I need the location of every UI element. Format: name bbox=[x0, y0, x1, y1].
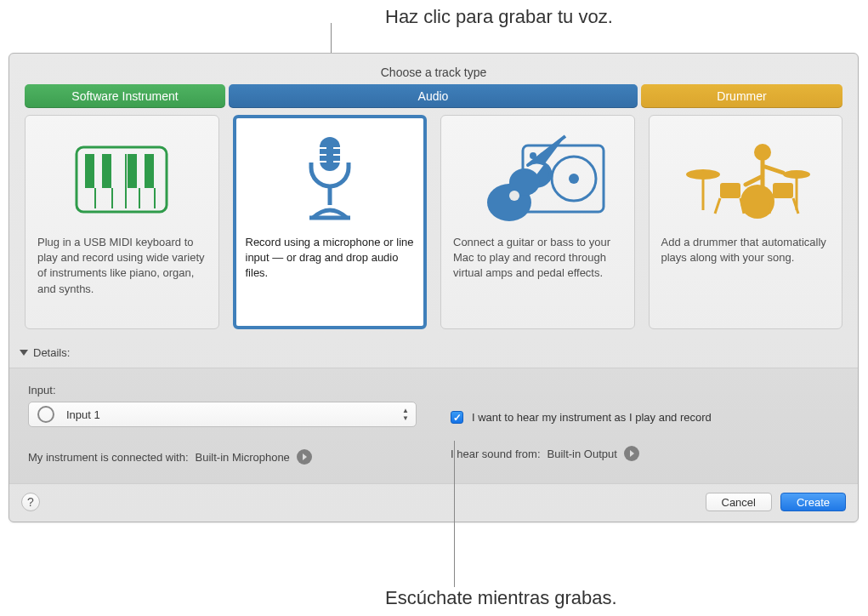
output-value: Built-in Output bbox=[547, 448, 617, 460]
header-drummer: Drummer bbox=[641, 84, 842, 108]
dialog-title: Choose a track type bbox=[9, 54, 858, 84]
header-software-instrument: Software Instrument bbox=[25, 84, 225, 108]
details-label: Details: bbox=[33, 346, 70, 359]
svg-rect-3 bbox=[128, 154, 137, 188]
monitor-label: I want to hear my instrument as I play a… bbox=[472, 411, 712, 424]
card-audio-mic[interactable]: Record using a microphone or line input … bbox=[233, 115, 428, 329]
svg-rect-4 bbox=[145, 154, 154, 188]
svg-rect-2 bbox=[102, 154, 111, 188]
connected-with-row: My instrument is connected with: Built-i… bbox=[28, 449, 417, 465]
connected-label: My instrument is connected with: bbox=[28, 451, 189, 464]
dialog-footer: ? Cancel Create bbox=[9, 484, 858, 522]
drummer-icon bbox=[661, 124, 831, 235]
monitor-checkbox-row[interactable]: ✓ I want to hear my instrument as I play… bbox=[451, 411, 839, 424]
svg-rect-32 bbox=[720, 183, 740, 198]
disclosure-triangle-icon bbox=[20, 350, 28, 356]
card-desc: Add a drummer that automatically plays a… bbox=[661, 235, 831, 265]
svg-rect-1 bbox=[85, 154, 94, 188]
svg-point-21 bbox=[569, 174, 579, 184]
guitar-amp-icon bbox=[453, 124, 622, 235]
card-software-instrument[interactable]: Plug in a USB MIDI keyboard to play and … bbox=[25, 115, 219, 329]
svg-line-35 bbox=[715, 198, 720, 214]
microphone-icon bbox=[246, 124, 415, 235]
input-select[interactable]: Input 1 ▲▼ bbox=[28, 402, 417, 427]
track-type-headers: Software Instrument Audio Drummer bbox=[9, 84, 858, 108]
svg-point-27 bbox=[754, 144, 771, 161]
select-arrows-icon: ▲▼ bbox=[402, 407, 409, 422]
output-more-button[interactable] bbox=[624, 446, 639, 461]
details-toggle[interactable]: Details: bbox=[9, 341, 858, 368]
connected-more-button[interactable] bbox=[297, 449, 312, 465]
header-audio: Audio bbox=[229, 84, 638, 108]
keyboard-icon bbox=[37, 124, 207, 235]
monitor-checkbox[interactable]: ✓ bbox=[451, 411, 463, 424]
svg-point-26 bbox=[509, 191, 519, 201]
card-audio-guitar[interactable]: Connect a guitar or bass to your Mac to … bbox=[440, 115, 635, 329]
output-row: I hear sound from: Built-in Output bbox=[451, 446, 839, 461]
input-channel-icon bbox=[37, 406, 54, 423]
output-label: I hear sound from: bbox=[451, 448, 541, 460]
callout-line-bottom bbox=[454, 441, 455, 587]
details-panel: Input: Input 1 ▲▼ My instrument is conne… bbox=[9, 368, 858, 484]
cancel-button[interactable]: Cancel bbox=[706, 493, 772, 511]
svg-rect-33 bbox=[773, 183, 793, 198]
card-desc: Record using a microphone or line input … bbox=[246, 235, 415, 282]
track-cards: Plug in a USB MIDI keyboard to play and … bbox=[9, 108, 858, 341]
help-button[interactable]: ? bbox=[21, 493, 40, 511]
connected-value: Built-in Microphone bbox=[196, 451, 290, 464]
input-value: Input 1 bbox=[66, 408, 100, 421]
callout-record-voice: Haz clic para grabar tu voz. bbox=[385, 6, 613, 28]
create-button[interactable]: Create bbox=[780, 493, 846, 511]
card-desc: Connect a guitar or bass to your Mac to … bbox=[453, 235, 622, 282]
card-drummer[interactable]: Add a drummer that automatically plays a… bbox=[649, 115, 843, 329]
callout-monitoring: Escúchate mientras grabas. bbox=[385, 587, 617, 609]
input-label: Input: bbox=[28, 384, 417, 396]
track-type-dialog: Choose a track type Software Instrument … bbox=[9, 53, 859, 522]
card-desc: Plug in a USB MIDI keyboard to play and … bbox=[37, 235, 207, 297]
